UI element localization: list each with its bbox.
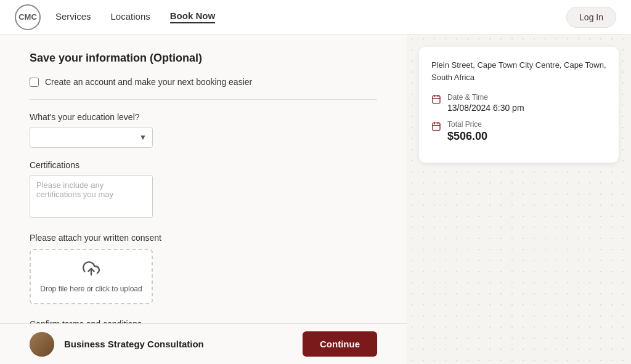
price-content: Total Price $506.00 [447,120,487,143]
nav-locations[interactable]: Locations [111,11,150,23]
upload-icon [83,260,100,281]
logo: CMC [15,4,41,30]
continue-button[interactable]: Continue [303,331,377,357]
nav-services[interactable]: Services [55,11,91,23]
right-panel: Plein Street, Cape Town City Centre, Cap… [407,34,631,364]
navbar: CMC Services Locations Book Now Log In [0,0,631,34]
service-name: Business Strategy Consultation [64,339,293,349]
certifications-textarea[interactable] [30,175,153,218]
upload-zone[interactable]: Drop file here or click to upload [30,249,153,304]
logo-text: CMC [18,12,37,22]
nav-links: Services Locations Book Now [55,10,215,23]
svg-rect-1 [433,96,440,103]
total-price-label: Total Price [447,120,487,129]
svg-rect-5 [433,123,440,131]
service-avatar [30,332,54,357]
certifications-label: Certifications [30,160,377,170]
date-time-content: Date & Time 13/08/2024 6:30 pm [447,93,524,113]
education-select[interactable]: High School Associate Degree Bachelor's … [30,127,153,148]
nav-book-now[interactable]: Book Now [170,10,215,23]
info-card: Plein Street, Cape Town City Centre, Cap… [419,47,619,163]
account-checkbox[interactable] [30,78,39,87]
left-panel: Save your information (Optional) Create … [0,34,407,364]
calendar-icon [431,94,441,107]
upload-text: Drop file here or click to upload [40,285,142,293]
total-price-value: $506.00 [447,130,487,143]
bottom-bar: Business Strategy Consultation Continue [0,323,407,364]
date-time-value: 13/08/2024 6:30 pm [447,103,524,113]
divider [30,99,377,100]
main-layout: Save your information (Optional) Create … [0,34,631,364]
price-row: Total Price $506.00 [431,120,606,143]
account-checkbox-row: Create an account and make your next boo… [30,77,377,87]
education-label: What's your education level? [30,112,377,122]
date-time-label: Date & Time [447,93,524,102]
attach-label: Please attach your written consent [30,233,377,243]
location-text: Plein Street, Cape Town City Centre, Cap… [431,59,606,83]
education-select-wrapper: High School Associate Degree Bachelor's … [30,127,153,148]
account-checkbox-label: Create an account and make your next boo… [45,77,252,87]
price-icon [431,121,441,134]
date-time-row: Date & Time 13/08/2024 6:30 pm [431,93,606,113]
avatar-image [30,332,54,357]
form-section: Save your information (Optional) Create … [0,34,407,356]
login-button[interactable]: Log In [566,7,616,28]
section-title: Save your information (Optional) [30,52,377,65]
